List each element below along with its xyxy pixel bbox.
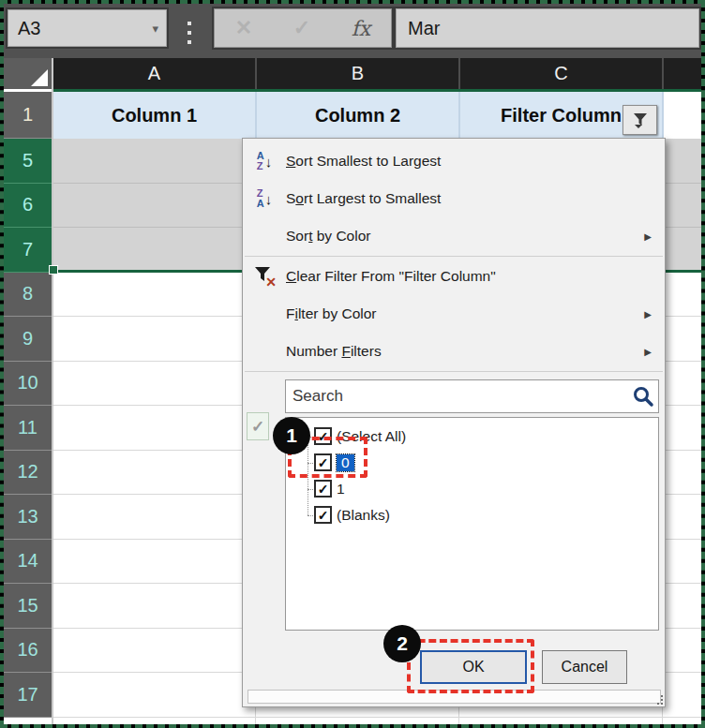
row-header-13[interactable]: 13 — [4, 495, 52, 540]
cancel-entry-icon[interactable]: ✕ — [235, 16, 252, 40]
select-all-corner[interactable] — [4, 58, 52, 89]
name-box-value: A3 — [18, 18, 40, 39]
menu-separator — [245, 371, 663, 372]
filter-dropdown-button[interactable] — [622, 105, 657, 135]
row-header-9[interactable]: 9 — [4, 317, 52, 362]
step-badge-1: 1 — [273, 417, 310, 454]
list-item-1[interactable]: ✓ 1 — [286, 476, 658, 502]
row-header-15[interactable]: 15 — [4, 584, 52, 629]
screenshot-frame: A3 ▾ ✕ ✓ fx Mar A B C 1 Column 1 Column … — [0, 0, 705, 728]
row-header-5[interactable]: 5 — [4, 139, 52, 184]
formula-bar-row: A3 ▾ ✕ ✓ fx Mar — [4, 4, 701, 58]
resize-grip[interactable] — [654, 696, 663, 705]
column-header-d[interactable] — [664, 58, 701, 89]
sort-descending-icon: ZA ↓ — [243, 188, 286, 209]
checkbox-checked-icon[interactable]: ✓ — [314, 480, 332, 498]
submenu-arrow-icon: ▶ — [644, 347, 652, 357]
menu-separator — [245, 256, 663, 257]
insert-function-icon[interactable]: fx — [352, 17, 371, 40]
row-headers: 567891011121314151617 — [4, 139, 52, 718]
sort-ascending-icon: AZ ↓ — [243, 151, 286, 171]
check-overlay-icon: ✓ — [247, 412, 269, 440]
row-header-8[interactable]: 8 — [4, 273, 52, 318]
menu-item-sort-largest[interactable]: ZA ↓ Sort Largest to Smallest — [243, 180, 665, 217]
menu-item-number-filters[interactable]: Number Filters ▶ — [243, 333, 665, 370]
excel-window: A3 ▾ ✕ ✓ fx Mar A B C 1 Column 1 Column … — [4, 4, 701, 724]
formula-bar[interactable]: Mar — [396, 8, 699, 48]
name-box-dropdown-icon[interactable]: ▾ — [152, 22, 158, 36]
cancel-button[interactable]: Cancel — [542, 650, 627, 684]
row-header-11[interactable]: 11 — [4, 406, 52, 451]
cell-b1[interactable]: Column 2 — [257, 92, 460, 139]
clear-filter-icon: ✕ — [254, 266, 275, 287]
menu-item-sort-smallest[interactable]: AZ ↓ Sort Smallest to Largest — [243, 142, 665, 180]
column-header-a[interactable]: A — [53, 58, 257, 89]
checkbox-checked-icon[interactable]: ✓ — [314, 506, 332, 524]
list-item-blanks[interactable]: ✓ (Blanks) — [286, 502, 658, 528]
column-header-b[interactable]: B — [257, 58, 460, 89]
row-header-10[interactable]: 10 — [4, 362, 52, 407]
selection-fill-handle[interactable] — [49, 265, 58, 275]
toolbar-separator-dots-icon — [188, 22, 192, 44]
confirm-entry-icon[interactable]: ✓ — [293, 16, 310, 40]
step-badge-2: 2 — [383, 625, 421, 662]
row-header-16[interactable]: 16 — [4, 629, 52, 674]
row-header-7[interactable]: 7 — [4, 228, 52, 273]
menu-item-sort-by-color[interactable]: Sort by Color ▶ — [243, 217, 665, 255]
row-header-6[interactable]: 6 — [4, 184, 52, 229]
menu-item-clear-filter[interactable]: ✕ Clear Filter From "Filter Column" — [243, 258, 665, 295]
funnel-icon — [631, 111, 650, 129]
submenu-arrow-icon: ▶ — [644, 309, 652, 319]
row-header-14[interactable]: 14 — [4, 540, 52, 585]
cell-a1[interactable]: Column 1 — [53, 92, 257, 139]
menu-item-filter-by-color[interactable]: Filter by Color ▶ — [243, 295, 665, 333]
row-header-1[interactable]: 1 — [4, 92, 52, 139]
name-box[interactable]: A3 ▾ — [8, 9, 167, 47]
row-header-17[interactable]: 17 — [4, 673, 52, 718]
formula-buttons-group: ✕ ✓ fx — [214, 8, 392, 48]
row-header-edge — [52, 58, 53, 724]
search-icon — [632, 385, 654, 411]
annotation-rect-step2 — [407, 639, 534, 693]
submenu-arrow-icon: ▶ — [644, 231, 652, 242]
formula-bar-value: Mar — [408, 18, 440, 39]
select-all-triangle-icon — [31, 69, 48, 86]
column-header-c[interactable]: C — [460, 58, 664, 89]
cell-d1[interactable] — [664, 92, 701, 139]
row-header-12[interactable]: 12 — [4, 451, 52, 496]
search-input[interactable] — [285, 379, 659, 413]
